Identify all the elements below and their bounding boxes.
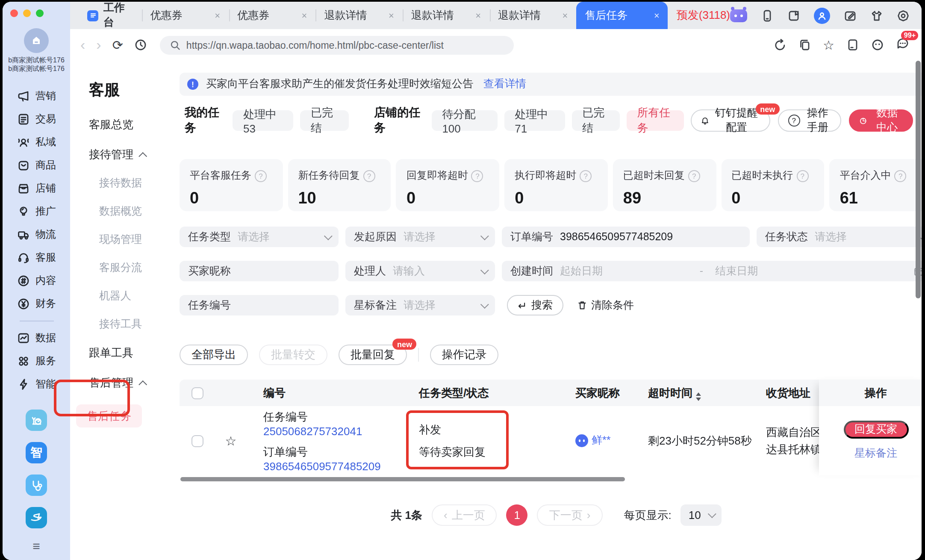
back-icon[interactable]: ‹	[80, 38, 85, 52]
close-tab-icon[interactable]: ×	[468, 10, 481, 21]
app-zhi-icon[interactable]: 智	[26, 442, 47, 463]
tab-coupon-1[interactable]: 优惠券 ×	[142, 2, 229, 29]
nav-item-data-overview[interactable]: 数据概览	[99, 204, 172, 219]
bulk-transfer-button[interactable]: 批量转交	[259, 345, 327, 365]
sidebar-item-goods[interactable]: 商品	[17, 154, 56, 177]
sidebar-item-marketing[interactable]: 营销	[17, 85, 56, 108]
export-all-button[interactable]: 全部导出	[180, 345, 248, 365]
reason-select[interactable]: 发起原因 请选择	[345, 227, 495, 247]
row-star-icon[interactable]: ☆	[225, 433, 237, 448]
notice-detail-link[interactable]: 查看详情	[483, 77, 526, 91]
question-icon[interactable]: ?	[471, 170, 483, 182]
nav-item-overview[interactable]: 客服总览	[89, 117, 172, 133]
question-icon[interactable]: ?	[580, 170, 592, 182]
tab-workbench[interactable]: 工作台	[79, 2, 142, 29]
operation-log-button[interactable]: 操作记录	[430, 345, 498, 365]
question-icon[interactable]: ?	[796, 170, 808, 182]
next-page-button[interactable]: 下一页 ›	[537, 504, 603, 526]
search-button[interactable]: ↵ 搜索	[507, 295, 564, 315]
sidebar-item-content[interactable]: 内容	[17, 269, 56, 292]
forward-icon[interactable]: ›	[96, 38, 101, 52]
question-icon[interactable]: ?	[688, 170, 700, 182]
history-clock-icon[interactable]	[134, 38, 147, 51]
tab-refund-detail-3[interactable]: 退款详情 ×	[489, 2, 576, 29]
horizontal-scrollbar[interactable]	[180, 477, 922, 481]
tab-refund-detail-1[interactable]: 退款详情 ×	[315, 2, 402, 29]
compose-icon[interactable]	[844, 9, 857, 22]
close-tab-icon[interactable]: ×	[295, 10, 307, 21]
file-icon[interactable]	[846, 38, 859, 51]
sidebar-item-customer-service[interactable]: 客服	[17, 246, 56, 269]
sidebar-item-data[interactable]: 数据	[17, 327, 56, 350]
created-time-range-picker[interactable]: 创建时间 起始日期 - 结束日期	[502, 261, 922, 281]
question-icon[interactable]: ?	[895, 170, 907, 182]
sidebar-item-promotion[interactable]: 推广	[17, 200, 56, 223]
dingtalk-reminder-button[interactable]: 钉钉提醒配置 new	[691, 109, 770, 132]
clear-filters-button[interactable]: 清除条件	[577, 295, 634, 315]
app-stethoscope-icon[interactable]	[26, 475, 47, 496]
close-window-button[interactable]	[10, 9, 18, 17]
reply-buyer-button[interactable]: 回复买家	[843, 421, 908, 439]
nav-item-aftersale-tasks[interactable]: 售后任务	[76, 404, 142, 427]
task-type-select[interactable]: 任务类型 请选择	[180, 227, 339, 247]
tab-coupon-2[interactable]: 优惠券 ×	[229, 2, 315, 29]
favorite-star-icon[interactable]: ☆	[823, 38, 834, 51]
nav-section-reception[interactable]: 接待管理	[89, 147, 147, 162]
scrollbar-thumb[interactable]	[180, 477, 625, 481]
close-tab-icon[interactable]: ×	[382, 10, 394, 21]
question-icon[interactable]: ?	[363, 170, 375, 182]
reload-icon[interactable]: ⟳	[112, 37, 123, 53]
select-all-checkbox[interactable]	[191, 387, 203, 399]
scrollbar-thumb[interactable]	[916, 61, 921, 298]
sidebar-item-private-domain[interactable]: 私域	[17, 131, 56, 154]
current-page[interactable]: 1	[507, 504, 528, 526]
phone-icon[interactable]	[761, 9, 774, 22]
manual-button[interactable]: ? 操作手册	[778, 109, 842, 132]
tab-aftersale-tasks[interactable]: 售后任务 ×	[576, 2, 668, 29]
zoom-window-button[interactable]	[36, 9, 44, 17]
pill-my-finished[interactable]: 已完结	[300, 110, 348, 131]
sidebar-item-smart[interactable]: 智能	[17, 373, 56, 396]
nav-item-reception-data[interactable]: 接待数据	[99, 176, 172, 191]
timer-face-icon[interactable]	[871, 38, 884, 51]
nav-item-follow-tools[interactable]: 跟单工具	[89, 345, 172, 361]
data-center-button[interactable]: 数据中心	[849, 109, 913, 132]
vertical-scrollbar[interactable]	[915, 61, 921, 560]
star-note-link[interactable]: 星标备注	[854, 446, 897, 461]
handler-select[interactable]: 处理人 请输入	[345, 261, 495, 281]
sort-icon[interactable]	[696, 392, 701, 401]
address-bar[interactable]: https://qn.wapa.taobao.com/home.html/pbc…	[160, 35, 514, 54]
service-avatar-icon[interactable]	[814, 7, 830, 24]
tab-refund-detail-2[interactable]: 退款详情 ×	[403, 2, 489, 29]
notebook-icon[interactable]	[787, 9, 800, 22]
star-note-select[interactable]: 星标备注 请选择	[345, 295, 495, 315]
shirt-icon[interactable]	[870, 9, 883, 22]
nav-item-live-management[interactable]: 现场管理	[99, 233, 172, 247]
question-icon[interactable]: ?	[255, 170, 267, 182]
hamburger-menu-icon[interactable]: ≡	[32, 541, 40, 551]
nav-item-robot[interactable]: 机器人	[99, 289, 172, 304]
pill-my-processing[interactable]: 处理中 53	[233, 110, 294, 131]
order-number-input[interactable]: 订单编号 3986546509577485209	[502, 227, 750, 247]
sidebar-item-logistics[interactable]: 物流	[17, 223, 56, 246]
redo-icon[interactable]	[773, 38, 786, 51]
per-page-select[interactable]: 10	[681, 504, 722, 526]
close-tab-icon[interactable]: ×	[208, 10, 220, 21]
col-timeout[interactable]: 超时时间	[645, 385, 763, 401]
sidebar-item-services[interactable]: 服务	[17, 350, 56, 373]
prev-page-button[interactable]: ‹ 上一页	[432, 504, 497, 526]
sidebar-item-finance[interactable]: 财务	[17, 292, 56, 315]
copy-icon[interactable]	[798, 38, 811, 51]
bulk-reply-button[interactable]: 批量回复 new	[339, 345, 407, 365]
app-snail-icon[interactable]	[26, 410, 47, 431]
pill-all-tasks[interactable]: 所有任务	[627, 110, 684, 131]
sidebar-item-trade[interactable]: 交易	[17, 108, 56, 131]
task-number-input[interactable]: 任务编号	[180, 295, 339, 315]
account-avatar[interactable]	[24, 28, 49, 53]
pill-shop-unassigned[interactable]: 待分配 100	[432, 110, 498, 131]
nav-section-aftersale[interactable]: 售后管理	[89, 375, 147, 391]
assistant-robot-icon[interactable]	[730, 9, 747, 22]
nav-item-reception-tools[interactable]: 接待工具	[99, 317, 172, 332]
order-number-link[interactable]: 3986546509577485209	[263, 460, 381, 472]
pill-shop-finished[interactable]: 已完结	[572, 110, 620, 131]
